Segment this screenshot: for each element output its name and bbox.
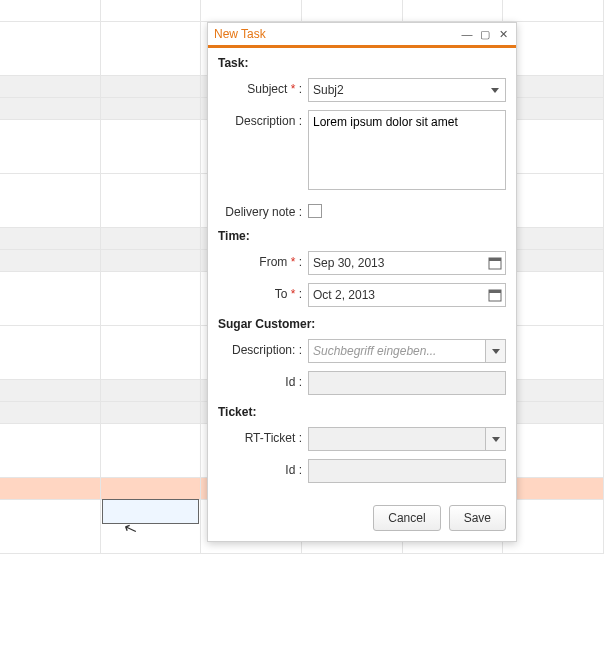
to-label: To * :: [218, 283, 308, 301]
subject-label: Subject * :: [218, 78, 308, 96]
chevron-down-icon[interactable]: [485, 79, 505, 101]
calendar-icon[interactable]: [488, 256, 502, 270]
to-date-input[interactable]: Oct 2, 2013: [308, 283, 506, 307]
save-button[interactable]: Save: [449, 505, 506, 531]
section-ticket-heading: Ticket:: [218, 405, 506, 419]
to-date-value: Oct 2, 2013: [313, 288, 375, 302]
maximize-icon[interactable]: ▢: [478, 27, 492, 41]
from-date-value: Sep 30, 2013: [313, 256, 384, 270]
sugar-description-combo[interactable]: Suchbegriff eingeben...: [308, 339, 506, 363]
rt-ticket-label: RT-Ticket :: [218, 427, 308, 445]
dialog-title: New Task: [214, 27, 460, 41]
description-label: Description :: [218, 110, 308, 128]
svg-rect-3: [489, 290, 501, 293]
from-date-input[interactable]: Sep 30, 2013: [308, 251, 506, 275]
delivery-note-label: Delivery note :: [218, 201, 308, 219]
section-time-heading: Time:: [218, 229, 506, 243]
sugar-id-label: Id :: [218, 371, 308, 389]
calendar-selected-cell[interactable]: [102, 499, 199, 524]
new-task-dialog: New Task — ▢ ✕ Task: Subject * : Subj2 D…: [207, 22, 517, 542]
close-icon[interactable]: ✕: [496, 27, 510, 41]
ticket-id-input: [308, 459, 506, 483]
sugar-description-placeholder: Suchbegriff eingeben...: [313, 344, 436, 358]
svg-rect-1: [489, 258, 501, 261]
ticket-id-label: Id :: [218, 459, 308, 477]
chevron-down-icon: [485, 428, 505, 450]
subject-combo[interactable]: Subj2: [308, 78, 506, 102]
dialog-titlebar[interactable]: New Task — ▢ ✕: [208, 23, 516, 48]
delivery-note-checkbox[interactable]: [308, 204, 322, 218]
from-label: From * :: [218, 251, 308, 269]
section-task-heading: Task:: [218, 56, 506, 70]
sugar-id-input: [308, 371, 506, 395]
chevron-down-icon[interactable]: [485, 340, 505, 362]
description-textarea[interactable]: Lorem ipsum dolor sit amet: [308, 110, 506, 190]
cancel-button[interactable]: Cancel: [373, 505, 440, 531]
minimize-icon[interactable]: —: [460, 27, 474, 41]
sugar-description-label: Description: :: [218, 339, 308, 357]
subject-value: Subj2: [313, 83, 344, 97]
rt-ticket-combo: [308, 427, 506, 451]
section-sugar-heading: Sugar Customer:: [218, 317, 506, 331]
calendar-icon[interactable]: [488, 288, 502, 302]
